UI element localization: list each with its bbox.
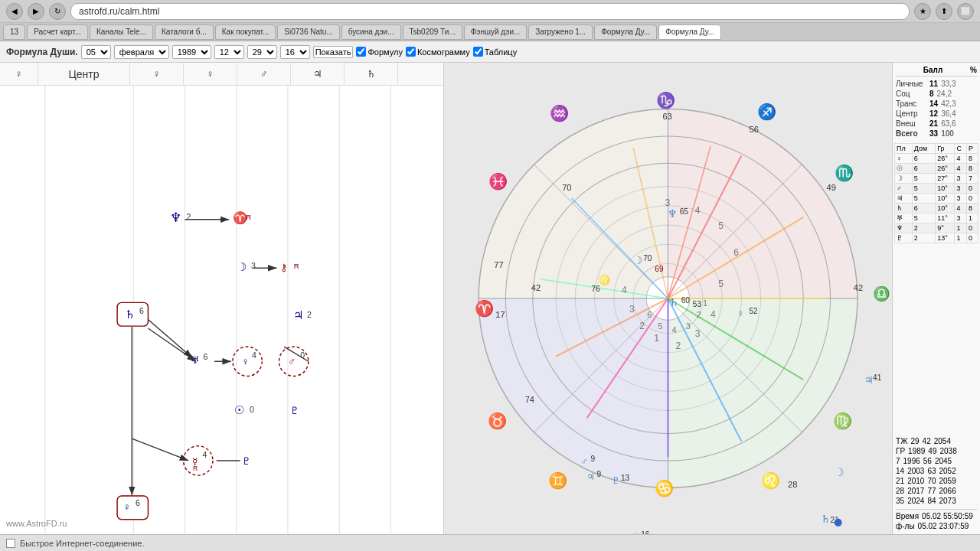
sec-select[interactable]: 16 — [280, 45, 310, 59]
stats-pct-header: % — [970, 66, 977, 74]
table-row: ♃510°30 — [895, 194, 978, 204]
tab-4[interactable]: Как покупат... — [215, 24, 276, 40]
day-select[interactable]: 05 — [81, 45, 111, 59]
total-pct: 100 — [941, 129, 954, 138]
tj-v3: 2054 — [934, 437, 951, 445]
svg-text:☉: ☉ — [234, 403, 244, 416]
svg-text:4: 4 — [672, 325, 677, 334]
table-checkbox[interactable]: Таблицу — [473, 47, 518, 57]
main-content: ♀ Центр ♀ ♀ ♂ ♃ ♄ ♆ 2 ♈ — [0, 63, 980, 534]
tab-2[interactable]: Каналы Tele... — [90, 24, 153, 40]
svg-text:4: 4 — [203, 450, 207, 459]
show-button[interactable]: Показать — [313, 46, 354, 58]
table-row: ♂510°30 — [895, 184, 978, 194]
stats-row-trans: Транс 14 42,3 — [896, 99, 977, 109]
bookmark-button[interactable]: ★ — [914, 3, 931, 20]
fmls-label: ф-лы — [896, 522, 915, 530]
cosmogram-check[interactable] — [406, 47, 416, 57]
tab-5[interactable]: Si0736 Natu... — [277, 24, 339, 40]
svg-text:♆: ♆ — [668, 207, 678, 220]
stats-row-center: Центр 12 36,4 — [896, 109, 977, 119]
tj-v2: 42 — [923, 437, 931, 445]
svg-text:42: 42 — [854, 283, 863, 292]
svg-text:3: 3 — [665, 197, 670, 208]
r35-v2: 84 — [927, 497, 936, 505]
back-button[interactable]: ◀ — [6, 3, 23, 20]
tab-1[interactable]: Расчет карт... — [27, 24, 88, 40]
svg-text:2: 2 — [639, 321, 645, 331]
svg-text:3: 3 — [251, 261, 256, 270]
svg-text:♈: ♈ — [475, 299, 495, 318]
svg-text:♓: ♓ — [488, 172, 508, 191]
time-section: Время 05.02 55:50:59 ф-лы 05.02 23:07:59 — [896, 509, 977, 531]
share-button[interactable]: ⬆ — [936, 3, 952, 20]
svg-text:0: 0 — [250, 405, 254, 414]
col-header-0: ♀ — [0, 63, 38, 85]
svg-text:76: 76 — [592, 285, 601, 293]
table-row: ♄610°48 — [895, 204, 978, 214]
table-row: ♅511°31 — [895, 214, 978, 223]
col-header-5: ♃ — [291, 63, 345, 85]
r7-v2: 56 — [923, 457, 932, 465]
tab-6[interactable]: бусина дэи... — [341, 24, 401, 40]
cosmogram-checkbox[interactable]: Космограмму — [406, 47, 470, 57]
forward-button[interactable]: ▶ — [28, 3, 44, 20]
col-header-4: ♂ — [237, 63, 291, 85]
detail-table: Пл Дом Гр С Р ♀626°48 ☉626°48 ☽527°37 ♂5… — [894, 143, 978, 243]
svg-line-46 — [132, 439, 188, 461]
svg-text:3: 3 — [695, 328, 701, 339]
svg-text:9: 9 — [597, 470, 602, 478]
tab-8[interactable]: Фэншуй дэи... — [464, 24, 528, 40]
year-select[interactable]: 1989 — [172, 45, 211, 59]
svg-text:42: 42 — [531, 283, 541, 292]
right-panel: 63 56 49 42 42 70 77 17 74 21 28 ♑ ♐ ♏ ♎… — [444, 63, 892, 534]
tab-10[interactable]: Формула Ду... — [594, 24, 657, 40]
tab-9[interactable]: Загружено 1... — [528, 24, 593, 40]
tab-7[interactable]: Tsb0209 Ти... — [403, 24, 462, 40]
svg-text:♋: ♋ — [655, 479, 675, 498]
tab-3[interactable]: Каталоги б... — [155, 24, 214, 40]
r28-v1: 2017 — [907, 487, 924, 495]
tab-0[interactable]: 13 — [3, 24, 25, 40]
bottom-row-gr: ГР 1989 49 2038 — [896, 446, 977, 456]
hour-select[interactable]: 12 — [214, 45, 244, 59]
svg-text:49: 49 — [827, 183, 836, 192]
formula-label: Формулу — [368, 47, 402, 57]
r21-v3: 2059 — [939, 477, 956, 485]
table-check[interactable] — [473, 47, 483, 57]
personal-label: Личные — [896, 80, 926, 88]
reload-button[interactable]: ↻ — [49, 3, 66, 20]
tj-label: ТЖ — [896, 437, 907, 445]
r35-v3: 2073 — [939, 497, 956, 505]
r14-v3: 2052 — [939, 467, 956, 475]
formula-check[interactable] — [356, 47, 366, 57]
svg-text:♅: ♅ — [191, 354, 200, 366]
formula-checkbox[interactable]: Формулу — [356, 47, 402, 57]
svg-text:53: 53 — [693, 300, 702, 308]
month-select[interactable]: февраля — [114, 45, 169, 59]
cosmogram-label: Космограмму — [417, 47, 470, 57]
svg-text:♄: ♄ — [125, 308, 135, 321]
status-checkbox[interactable] — [6, 539, 15, 548]
bottom-row-14: 14 2003 63 2052 — [896, 466, 977, 476]
neptune-symbol: ♆ — [170, 210, 181, 225]
status-bar: Быстрое Интернет-соединение. — [0, 534, 980, 551]
svg-text:6: 6 — [136, 498, 140, 507]
col-header-2: ♀ — [130, 63, 184, 85]
min-select[interactable]: 29 — [247, 45, 277, 59]
r35-v1: 2024 — [907, 497, 924, 505]
svg-text:♉: ♉ — [488, 412, 508, 431]
svg-text:♃: ♃ — [586, 471, 595, 482]
stats-row-total: Всего 33 100 — [896, 129, 977, 139]
tab-11[interactable]: Формула Ду... — [658, 24, 721, 40]
fullscreen-button[interactable]: ⬜ — [957, 3, 974, 20]
bottom-row-tj: ТЖ 29 42 2054 — [896, 436, 977, 446]
address-bar[interactable]: astrofd.ru/calm.html — [70, 3, 910, 20]
svg-text:6: 6 — [733, 247, 739, 258]
svg-text:♂: ♂ — [288, 356, 296, 367]
svg-text:17: 17 — [495, 310, 505, 319]
col-header-3: ♀ — [184, 63, 237, 85]
svg-text:♎: ♎ — [873, 285, 890, 302]
svg-text:65: 65 — [680, 207, 689, 216]
tj-v1: 29 — [910, 437, 919, 445]
